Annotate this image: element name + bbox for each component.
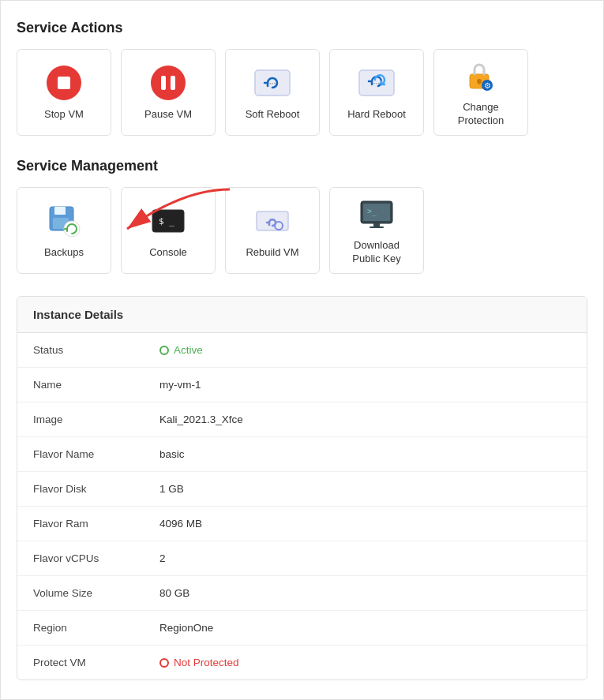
detail-row-protect-vm: Protect VM Not Protected <box>17 646 587 679</box>
pause-vm-icon <box>149 64 187 102</box>
detail-row-region: Region RegionOne <box>17 611 587 646</box>
svg-rect-4 <box>171 76 175 90</box>
service-management-grid: Backups $ _ Console ··· <box>17 187 587 274</box>
status-not-protected-dot <box>159 658 169 668</box>
detail-row-flavor-ram: Flavor Ram 4096 MB <box>17 507 587 541</box>
hard-reboot-label: Hard Reboot <box>347 108 406 122</box>
detail-value-flavor-disk: 1 GB <box>159 483 184 495</box>
service-actions-title: Service Actions <box>17 20 587 36</box>
status-active-dot <box>159 346 169 355</box>
download-public-key-label: Download Public Key <box>340 239 414 266</box>
detail-value-flavor-name: basic <box>159 448 185 460</box>
main-container: Service Actions Stop VM <box>0 0 604 700</box>
detail-row-flavor-name: Flavor Name basic <box>17 437 587 472</box>
service-actions-section: Service Actions Stop VM <box>17 20 587 136</box>
soft-reboot-icon: ··· <box>253 64 291 102</box>
detail-value-region: RegionOne <box>159 622 213 634</box>
svg-rect-1 <box>58 77 70 89</box>
svg-text:>_: >_ <box>367 207 377 216</box>
rebuild-vm-label: Rebuild VM <box>246 246 298 260</box>
detail-value-volume-size: 80 GB <box>159 587 189 599</box>
hard-reboot-card[interactable]: ··· Hard Reboot <box>329 49 424 136</box>
backups-card[interactable]: Backups <box>17 187 111 274</box>
detail-row-image: Image Kali_2021.3_Xfce <box>17 402 587 437</box>
console-label: Console <box>149 246 187 260</box>
detail-label-volume-size: Volume Size <box>33 587 159 599</box>
detail-value-status: Active <box>159 344 203 356</box>
console-icon: $ _ <box>149 202 187 240</box>
download-public-key-icon: >_ <box>358 195 396 233</box>
detail-row-volume-size: Volume Size 80 GB <box>17 576 587 611</box>
svg-rect-3 <box>161 76 166 90</box>
download-public-key-card[interactable]: >_ Download Public Key <box>329 187 424 274</box>
detail-value-flavor-ram: 4096 MB <box>159 518 202 530</box>
service-management-title: Service Management <box>17 158 587 174</box>
detail-label-flavor-vcpus: Flavor vCPUs <box>33 552 159 564</box>
instance-details-header: Instance Details <box>17 297 587 333</box>
backups-icon <box>45 202 83 240</box>
detail-value-protect-vm: Not Protected <box>159 657 239 668</box>
svg-point-2 <box>151 66 186 100</box>
change-protection-label: Change Protection <box>444 101 518 128</box>
detail-value-image: Kali_2021.3_Xfce <box>159 414 243 425</box>
stop-vm-label: Stop VM <box>44 108 84 122</box>
rebuild-vm-icon: ··· <box>253 202 291 240</box>
detail-label-image: Image <box>33 414 159 425</box>
detail-row-flavor-vcpus: Flavor vCPUs 2 <box>17 541 587 576</box>
rebuild-vm-card[interactable]: ··· Rebuild VM <box>225 187 320 274</box>
detail-label-flavor-disk: Flavor Disk <box>33 483 159 495</box>
svg-rect-16 <box>54 207 66 215</box>
detail-value-name: my-vm-1 <box>159 379 201 391</box>
detail-label-region: Region <box>33 622 159 634</box>
pause-vm-label: Pause VM <box>144 108 192 122</box>
detail-value-flavor-vcpus: 2 <box>159 552 166 564</box>
svg-text:$ _: $ _ <box>159 216 174 226</box>
soft-reboot-label: Soft Reboot <box>246 108 300 122</box>
pause-vm-card[interactable]: Pause VM <box>121 49 216 136</box>
stop-vm-icon <box>45 64 83 102</box>
detail-label-name: Name <box>33 379 159 391</box>
change-protection-icon: ⚙ <box>462 57 500 95</box>
svg-text:⚙: ⚙ <box>484 81 491 90</box>
service-actions-grid: Stop VM Pause VM ··· <box>17 49 587 136</box>
instance-details-section: Instance Details Status Active Name my-v… <box>17 296 587 680</box>
backups-label: Backups <box>44 246 84 260</box>
svg-rect-28 <box>370 226 384 228</box>
service-management-section: Service Management <box>17 158 587 274</box>
detail-row-status: Status Active <box>17 333 587 368</box>
detail-row-name: Name my-vm-1 <box>17 368 587 402</box>
detail-row-flavor-disk: Flavor Disk 1 GB <box>17 472 587 507</box>
detail-label-status: Status <box>33 344 159 356</box>
console-card[interactable]: $ _ Console <box>121 187 216 274</box>
stop-vm-card[interactable]: Stop VM <box>17 49 111 136</box>
soft-reboot-card[interactable]: ··· Soft Reboot <box>225 49 320 136</box>
change-protection-card[interactable]: ⚙ Change Protection <box>433 49 528 136</box>
detail-label-flavor-ram: Flavor Ram <box>33 518 159 530</box>
detail-label-protect-vm: Protect VM <box>33 657 159 668</box>
svg-rect-11 <box>478 81 481 84</box>
hard-reboot-icon: ··· <box>358 64 396 102</box>
detail-label-flavor-name: Flavor Name <box>33 448 159 460</box>
